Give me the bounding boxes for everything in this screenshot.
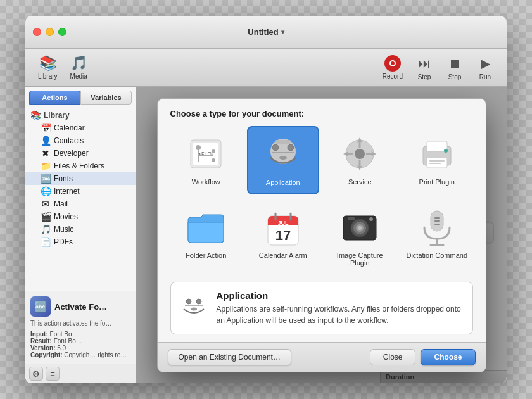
content-area: Actions Variables 📚 Library 📅 Calendar 👤… bbox=[25, 87, 507, 383]
stop-label: Stop bbox=[448, 73, 462, 80]
calendar-label: Calendar bbox=[54, 124, 85, 132]
svg-rect-22 bbox=[427, 141, 447, 151]
svg-text:JUL: JUL bbox=[277, 220, 289, 226]
action-detail-description: This action activates the fo… bbox=[30, 319, 130, 328]
document-type-modal: Choose a type for your document: WFLOW bbox=[157, 98, 486, 372]
svg-rect-39 bbox=[348, 217, 355, 220]
svg-point-40 bbox=[369, 217, 373, 221]
run-button[interactable]: ▶ Run bbox=[471, 52, 499, 83]
sidebar-bottom-controls: ⚙ ≡ bbox=[25, 364, 136, 383]
action-detail-header: 🔤 Activate Fo… bbox=[30, 296, 130, 317]
dictation-icon bbox=[417, 207, 457, 248]
media-icon: 🎵 bbox=[70, 55, 87, 72]
image-capture-type-label: Image Capture Plugin bbox=[329, 251, 391, 267]
type-image-capture[interactable]: Image Capture Plugin bbox=[324, 200, 396, 274]
sidebar-item-pdfs[interactable]: 📄 PDFs bbox=[25, 236, 136, 248]
service-icon bbox=[339, 134, 380, 174]
open-existing-button[interactable]: Open an Existing Document… bbox=[168, 349, 291, 365]
library-tree-icon: 📚 bbox=[30, 110, 41, 120]
svg-rect-25 bbox=[429, 160, 445, 162]
svg-point-48 bbox=[186, 299, 191, 304]
library-root-item[interactable]: 📚 Library bbox=[25, 109, 136, 122]
svg-rect-26 bbox=[429, 163, 441, 164]
sidebar-item-movies[interactable]: 🎬 Movies bbox=[25, 210, 136, 223]
gear-button[interactable]: ⚙ bbox=[29, 367, 43, 381]
svg-rect-44 bbox=[434, 217, 440, 218]
svg-point-7 bbox=[212, 158, 215, 162]
contacts-label: Contacts bbox=[54, 136, 84, 145]
developer-label: Developer bbox=[54, 149, 89, 158]
svg-point-38 bbox=[358, 226, 362, 230]
action-detail-panel: 🔤 Activate Fo… This action activates the… bbox=[25, 291, 136, 364]
workflow-type-label: Workflow bbox=[192, 178, 220, 186]
type-workflow[interactable]: WFLOW Workflow bbox=[170, 126, 243, 194]
sidebar-item-files-folders[interactable]: 📁 Files & Folders bbox=[25, 160, 136, 172]
type-service[interactable]: Service bbox=[324, 126, 396, 194]
toolbar-left: 📚 Library 🎵 Media bbox=[33, 53, 92, 82]
image-capture-icon bbox=[339, 207, 380, 248]
fonts-label: Fonts bbox=[54, 174, 73, 183]
tab-variables[interactable]: Variables bbox=[80, 91, 132, 104]
step-button[interactable]: ⏭ Step bbox=[410, 52, 438, 83]
traffic-lights bbox=[33, 28, 66, 36]
media-label: Media bbox=[70, 73, 87, 80]
application-type-label: Application bbox=[262, 178, 304, 187]
library-button[interactable]: 📚 Library bbox=[33, 53, 63, 82]
tab-actions[interactable]: Actions bbox=[29, 91, 80, 104]
toolbar: 📚 Library 🎵 Media Record ⏭ Step ⏹ Stop bbox=[25, 49, 507, 87]
movies-label: Movies bbox=[54, 212, 78, 221]
svg-point-16 bbox=[355, 149, 365, 159]
library-label: Library bbox=[38, 73, 58, 80]
service-type-label: Service bbox=[348, 178, 372, 186]
choose-button[interactable]: Choose bbox=[421, 349, 475, 365]
folder-action-type-label: Folder Action bbox=[186, 251, 226, 259]
maximize-button[interactable] bbox=[58, 28, 66, 36]
type-folder-action[interactable]: Folder Action bbox=[170, 200, 243, 274]
step-icon: ⏭ bbox=[415, 54, 433, 72]
contacts-icon: 👤 bbox=[41, 136, 51, 146]
sidebar-item-calendar[interactable]: 📅 Calendar bbox=[25, 122, 136, 134]
movies-icon: 🎬 bbox=[41, 212, 51, 222]
type-calendar-alarm[interactable]: JUL 17 Calendar Alarm bbox=[247, 200, 319, 274]
type-application[interactable]: Application bbox=[247, 126, 319, 194]
sidebar-tree: 📚 Library 📅 Calendar 👤 Contacts ✖ Develo… bbox=[25, 105, 136, 291]
workflow-icon: WFLOW bbox=[186, 134, 226, 174]
sidebar-item-mail[interactable]: ✉ Mail bbox=[25, 198, 136, 210]
window-title[interactable]: Untitled ▾ bbox=[248, 27, 284, 37]
run-icon: ▶ bbox=[476, 54, 494, 72]
media-button[interactable]: 🎵 Media bbox=[65, 53, 92, 82]
type-print-plugin[interactable]: Print Plugin bbox=[401, 126, 473, 194]
close-button[interactable] bbox=[33, 28, 41, 36]
fonts-icon: 🔤 bbox=[41, 174, 51, 184]
svg-point-24 bbox=[444, 149, 448, 153]
sidebar-item-developer[interactable]: ✖ Developer bbox=[25, 147, 136, 160]
minimize-button[interactable] bbox=[46, 28, 54, 36]
sidebar-item-contacts[interactable]: 👤 Contacts bbox=[25, 134, 136, 147]
music-label: Music bbox=[54, 225, 73, 234]
record-label: Record bbox=[383, 73, 403, 80]
internet-icon: 🌐 bbox=[41, 186, 51, 196]
modal-desc-icon bbox=[179, 290, 209, 320]
sidebar-item-internet[interactable]: 🌐 Internet bbox=[25, 185, 136, 198]
svg-point-3 bbox=[196, 145, 201, 150]
modal-overlay: Choose a type for your document: WFLOW bbox=[136, 87, 507, 383]
type-dictation[interactable]: Dictation Command bbox=[401, 200, 473, 274]
svg-point-6 bbox=[212, 149, 215, 153]
folder-action-icon bbox=[186, 207, 226, 248]
action-result-row: Result: Font Bo… bbox=[30, 338, 130, 345]
stop-button[interactable]: ⏹ Stop bbox=[441, 52, 469, 83]
library-tree-label: Library bbox=[44, 111, 70, 120]
title-text: Untitled bbox=[248, 27, 278, 37]
close-modal-button[interactable]: Close bbox=[370, 349, 416, 365]
sidebar-item-music[interactable]: 🎵 Music bbox=[25, 223, 136, 236]
mail-icon: ✉ bbox=[41, 199, 51, 209]
modal-desc-title: Application bbox=[217, 290, 465, 301]
title-dropdown-icon: ▾ bbox=[281, 28, 284, 35]
list-button[interactable]: ≡ bbox=[46, 367, 60, 381]
sidebar-item-fonts[interactable]: 🔤 Fonts bbox=[25, 172, 136, 185]
sidebar: Actions Variables 📚 Library 📅 Calendar 👤… bbox=[25, 87, 136, 383]
workflow-area: r workflow. Duration Choose a type for y… bbox=[136, 87, 507, 383]
svg-text:17: 17 bbox=[276, 227, 291, 243]
record-button[interactable]: Record bbox=[377, 53, 408, 82]
action-detail-meta: Input: Font Bo… Result: Font Bo… Version… bbox=[30, 331, 130, 358]
